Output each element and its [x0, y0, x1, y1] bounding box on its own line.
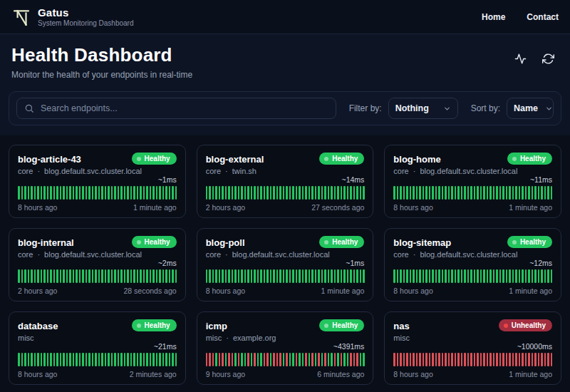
uptime-bar [502, 353, 504, 366]
uptime-bar [397, 186, 399, 200]
uptime-bar [140, 269, 142, 283]
activity-icon[interactable] [514, 53, 527, 65]
uptime-bar [457, 353, 460, 366]
endpoint-card[interactable]: blog-sitemap Healthy core · blog.default… [384, 228, 561, 301]
uptime-bars[interactable] [206, 186, 365, 200]
search-box[interactable] [16, 98, 336, 119]
refresh-icon[interactable] [542, 53, 554, 65]
cards-grid: blog-article-43 Healthy core · blog.defa… [9, 145, 561, 385]
uptime-bar [137, 186, 139, 200]
group-host-separator: · [413, 167, 416, 175]
status-label: Healthy [145, 321, 170, 329]
uptime-bars[interactable] [18, 269, 177, 283]
uptime-bars[interactable] [18, 186, 177, 200]
uptime-bar [541, 353, 543, 366]
endpoint-card[interactable]: blog-home Healthy core · blog.default.sv… [384, 145, 561, 218]
nav-link-contact[interactable]: Contact [527, 12, 559, 22]
uptime-bar [114, 186, 116, 200]
uptime-bar [266, 353, 269, 366]
uptime-bar [79, 186, 81, 200]
uptime-bar [37, 353, 39, 366]
uptime-bar [146, 269, 148, 283]
uptime-bar [95, 353, 97, 366]
uptime-bar [82, 353, 84, 366]
endpoint-card[interactable]: icmp Healthy misc · example.org ~4391ms … [197, 311, 374, 385]
uptime-bar [429, 353, 431, 366]
uptime-bars[interactable] [206, 269, 365, 283]
uptime-bar [241, 269, 243, 283]
uptime-bar [506, 353, 508, 366]
uptime-bar [41, 269, 43, 283]
oldest-timestamp: 2 hours ago [18, 287, 57, 295]
endpoint-card[interactable]: database Healthy misc ~21ms 8 hours ago … [9, 311, 186, 385]
uptime-bar [175, 269, 177, 283]
uptime-bar [69, 353, 71, 366]
endpoint-card[interactable]: blog-external Healthy core · twin.sh ~14… [197, 145, 374, 218]
uptime-bars[interactable] [18, 353, 177, 366]
endpoint-card[interactable]: blog-internal Healthy core · blog.defaul… [9, 228, 186, 301]
uptime-bar [232, 186, 234, 200]
uptime-bar [209, 353, 211, 366]
uptime-bar [538, 353, 540, 366]
filter-value: Nothing [395, 103, 429, 113]
uptime-bar [212, 186, 214, 200]
uptime-bar [467, 269, 470, 283]
endpoint-host: blog.default.svc.cluster.local [420, 250, 517, 259]
uptime-bars[interactable] [393, 186, 552, 200]
uptime-bar [445, 186, 447, 200]
uptime-bar [108, 353, 110, 366]
uptime-bar [406, 353, 408, 366]
status-label: Healthy [332, 321, 358, 329]
toolbar-section: Filter by: Nothing Sort by: Name [0, 84, 570, 135]
uptime-bar [175, 186, 177, 200]
uptime-bar [114, 353, 116, 366]
endpoint-card[interactable]: nas Unhealthy misc ~10000ms 8 hours ago … [384, 311, 561, 385]
uptime-bar [260, 269, 262, 283]
uptime-bar [279, 269, 281, 283]
uptime-bar [321, 269, 323, 283]
uptime-bars[interactable] [393, 269, 552, 283]
uptime-bar [133, 269, 135, 283]
uptime-bar [343, 186, 346, 200]
uptime-bars[interactable] [393, 353, 552, 366]
uptime-bar [538, 186, 540, 200]
uptime-bar [234, 353, 237, 366]
filter-dropdown[interactable]: Nothing [388, 98, 458, 119]
chevron-down-icon [545, 105, 553, 113]
uptime-bar [264, 269, 266, 283]
group-host-separator: · [225, 250, 228, 259]
uptime-bar [499, 269, 502, 283]
search-input[interactable] [41, 103, 328, 113]
endpoint-host: blog.default.svc.cluster.local [232, 250, 330, 259]
uptime-bar [506, 269, 508, 283]
endpoint-card[interactable]: blog-poll Healthy core · blog.default.sv… [197, 228, 374, 301]
status-badge: Healthy [319, 236, 364, 248]
nav-link-home[interactable]: Home [482, 12, 505, 22]
sort-dropdown[interactable]: Name [507, 98, 554, 119]
uptime-bar [228, 353, 230, 366]
uptime-bar [457, 269, 460, 283]
uptime-bar [457, 186, 460, 200]
uptime-bar [311, 269, 314, 283]
uptime-bar [276, 269, 279, 283]
uptime-bar [47, 353, 49, 366]
uptime-bar [474, 269, 476, 283]
endpoint-host: blog.default.svc.cluster.local [420, 167, 517, 175]
uptime-bar [120, 186, 123, 200]
uptime-bars[interactable] [206, 353, 365, 366]
uptime-bar [165, 186, 167, 200]
endpoints-section: blog-article-43 Healthy core · blog.defa… [0, 135, 570, 392]
uptime-bar [159, 269, 161, 283]
uptime-bar [341, 186, 343, 200]
uptime-bar [228, 186, 230, 200]
uptime-bar [79, 353, 81, 366]
endpoint-group: core [393, 250, 408, 259]
endpoint-card[interactable]: blog-article-43 Healthy core · blog.defa… [9, 145, 186, 218]
uptime-bar [273, 186, 275, 200]
uptime-bar [353, 186, 356, 200]
uptime-bar [393, 353, 395, 366]
uptime-bar [410, 353, 412, 366]
uptime-bar [222, 186, 224, 200]
uptime-bar [60, 269, 62, 283]
uptime-bar [461, 269, 463, 283]
